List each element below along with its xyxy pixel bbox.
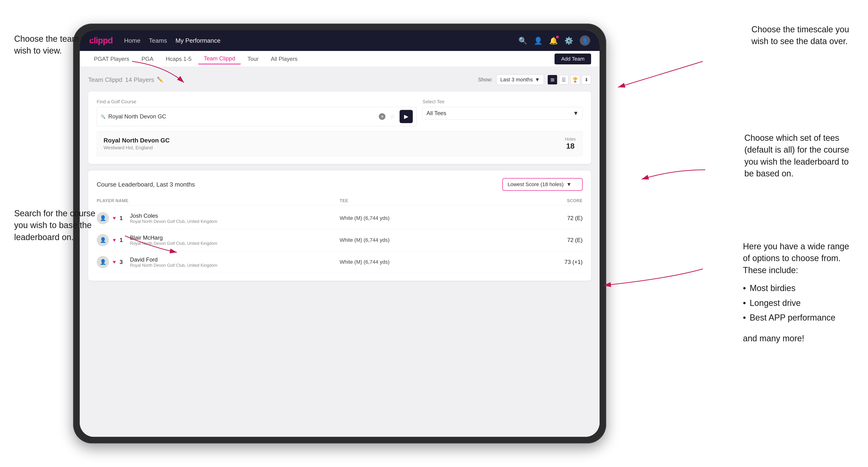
tee-label: Select Tee xyxy=(423,99,583,104)
holes-number: 18 xyxy=(565,142,576,151)
list-view-button[interactable]: ☰ xyxy=(559,75,568,85)
player-score-2: 72 (E) xyxy=(502,237,583,243)
sub-nav-tour[interactable]: Tour xyxy=(242,54,264,64)
search-col: Find a Golf Course 🔍 Royal North Devon G… xyxy=(97,99,417,126)
score-type-value: Lowest Score (18 holes) xyxy=(507,181,563,187)
course-result: Royal North Devon GC Westward Hol, Engla… xyxy=(97,131,583,156)
leaderboard-card: Course Leaderboard, Last 3 months Lowest… xyxy=(88,170,591,281)
score-type-select[interactable]: Lowest Score (18 holes) ▼ xyxy=(502,178,583,191)
player-avatar-3: 👤 xyxy=(97,256,109,268)
grid-view-button[interactable]: ⊞ xyxy=(548,75,557,85)
sub-nav-hcaps[interactable]: Hcaps 1-5 xyxy=(160,54,197,64)
favorite-icon-2[interactable]: ♥ xyxy=(113,237,116,243)
col-header-player: PLAYER NAME xyxy=(97,198,340,203)
course-info: Royal North Devon GC Westward Hol, Engla… xyxy=(103,137,169,151)
show-select[interactable]: Last 3 months ▼ xyxy=(496,74,544,85)
nav-bar: clippd Home Teams My Performance 🔍 👤 🔔 ⚙… xyxy=(80,30,599,51)
favorite-icon-3[interactable]: ♥ xyxy=(113,259,116,265)
nav-links: Home Teams My Performance xyxy=(124,37,220,44)
player-tee-2: White (M) (6,744 yds) xyxy=(340,237,502,243)
annotation-bottom-right: Here you have a wide rangeof options to … xyxy=(743,241,849,345)
search-row: Find a Golf Course 🔍 Royal North Devon G… xyxy=(97,99,583,126)
player-tee-1: White (M) (6,744 yds) xyxy=(340,215,502,221)
holes-box: Holes 18 xyxy=(565,137,576,151)
player-details-3: David Ford Royal North Devon Golf Club, … xyxy=(130,256,217,268)
options-list: Most birdies Longest drive Best APP perf… xyxy=(743,281,849,325)
annotation-middle-right: Choose which set of tees(default is all)… xyxy=(744,132,849,180)
player-details-2: Blair McHarg Royal North Devon Golf Club… xyxy=(130,235,217,246)
col-header-score: SCORE xyxy=(502,198,583,203)
bell-icon[interactable]: 🔔 xyxy=(549,36,558,45)
view-icons: ⊞ ☰ 🏆 ⬇ xyxy=(548,75,591,85)
sub-nav-pgat[interactable]: PGAT Players xyxy=(88,54,135,64)
settings-icon[interactable]: ⚙️ xyxy=(564,36,573,45)
player-info-2: 👤 ♥ 1 Blair McHarg Royal North Devon Gol… xyxy=(97,234,340,246)
option-app: Best APP performance xyxy=(743,310,849,325)
sub-nav-team-clippd[interactable]: Team Clippd xyxy=(198,53,241,64)
edit-icon[interactable]: ✏️ xyxy=(157,76,163,83)
team-controls: Show: Last 3 months ▼ ⊞ ☰ 🏆 ⬇ xyxy=(478,74,591,85)
team-header: Team Clippd 14 Players ✏️ Show: Last 3 m… xyxy=(88,74,591,85)
find-course-label: Find a Golf Course xyxy=(97,99,417,104)
annotation-top-left: Choose the team youwish to view. xyxy=(14,33,95,57)
holes-label: Holes xyxy=(565,137,576,142)
nav-my-performance[interactable]: My Performance xyxy=(176,37,220,44)
download-icon-button[interactable]: ⬇ xyxy=(582,75,591,85)
table-row: 👤 ♥ 1 Josh Coles Royal North Devon Golf … xyxy=(97,207,583,229)
tee-select[interactable]: All Tees ▼ xyxy=(423,107,583,120)
player-info-3: 👤 ♥ 3 David Ford Royal North Devon Golf … xyxy=(97,256,340,268)
dark-action-button[interactable]: ▶ xyxy=(400,110,413,123)
course-name: Royal North Devon GC xyxy=(103,137,169,144)
search-icon[interactable]: 🔍 xyxy=(519,36,527,45)
search-card: Find a Golf Course 🔍 Royal North Devon G… xyxy=(88,92,591,164)
course-location: Westward Hol, England xyxy=(103,145,169,151)
player-name-3: David Ford xyxy=(130,256,217,263)
player-avatar-1: 👤 xyxy=(97,212,109,224)
tablet-screen: clippd Home Teams My Performance 🔍 👤 🔔 ⚙… xyxy=(80,30,599,437)
star-button[interactable]: ☆ xyxy=(388,112,397,121)
player-count: 14 Players xyxy=(125,76,154,84)
main-content: Team Clippd 14 Players ✏️ Show: Last 3 m… xyxy=(80,67,599,437)
tee-col: Select Tee All Tees ▼ xyxy=(423,99,583,120)
player-info-1: 👤 ♥ 1 Josh Coles Royal North Devon Golf … xyxy=(97,212,340,224)
table-row: 👤 ♥ 1 Blair McHarg Royal North Devon Gol… xyxy=(97,229,583,251)
avatar[interactable]: 👤 xyxy=(580,35,590,46)
person-icon[interactable]: 👤 xyxy=(534,36,542,45)
leaderboard-title: Course Leaderboard, Last 3 months xyxy=(97,181,195,188)
nav-home[interactable]: Home xyxy=(124,37,140,44)
annotation-bottom-left: Search for the courseyou wish to base th… xyxy=(14,208,95,243)
nav-teams[interactable]: Teams xyxy=(149,37,167,44)
favorite-icon-1[interactable]: ♥ xyxy=(113,215,116,221)
leaderboard-header: Course Leaderboard, Last 3 months Lowest… xyxy=(97,178,583,191)
nav-right: 🔍 👤 🔔 ⚙️ 👤 xyxy=(519,35,590,46)
player-club-2: Royal North Devon Golf Club, United King… xyxy=(130,241,217,246)
sub-nav: PGAT Players PGA Hcaps 1-5 Team Clippd T… xyxy=(80,51,599,67)
add-team-button[interactable]: Add Team xyxy=(555,54,591,64)
trophy-icon-button[interactable]: 🏆 xyxy=(570,75,580,85)
player-name-2: Blair McHarg xyxy=(130,235,217,241)
player-name-1: Josh Coles xyxy=(130,213,217,219)
clear-button[interactable]: ✕ xyxy=(379,113,385,120)
player-table-header: PLAYER NAME TEE SCORE xyxy=(97,196,583,206)
search-icon-small: 🔍 xyxy=(101,115,105,119)
show-label: Show: xyxy=(478,76,493,83)
player-club-3: Royal North Devon Golf Club, United King… xyxy=(130,263,217,268)
player-rank-1: 1 xyxy=(120,215,126,221)
sub-nav-all-players[interactable]: All Players xyxy=(265,54,303,64)
player-score-3: 73 (+1) xyxy=(502,259,583,266)
table-row: 👤 ♥ 3 David Ford Royal North Devon Golf … xyxy=(97,251,583,273)
sub-nav-pga[interactable]: PGA xyxy=(136,54,159,64)
col-header-tee: TEE xyxy=(340,198,502,203)
player-details-1: Josh Coles Royal North Devon Golf Club, … xyxy=(130,213,217,224)
annotation-top-right: Choose the timescale youwish to see the … xyxy=(751,24,849,48)
tee-chevron-icon: ▼ xyxy=(573,110,579,117)
tablet-shell: clippd Home Teams My Performance 🔍 👤 🔔 ⚙… xyxy=(73,24,606,443)
show-value: Last 3 months xyxy=(500,76,533,83)
search-input-wrapper[interactable]: 🔍 Royal North Devon GC ✕ ☆ ▶ xyxy=(97,107,417,126)
option-drive: Longest drive xyxy=(743,296,849,310)
and-more-text: and many more! xyxy=(743,333,849,344)
search-input[interactable]: Royal North Devon GC xyxy=(108,113,376,120)
player-rank-2: 1 xyxy=(120,237,126,243)
score-type-chevron-icon: ▼ xyxy=(566,181,571,187)
option-birdies: Most birdies xyxy=(743,281,849,295)
